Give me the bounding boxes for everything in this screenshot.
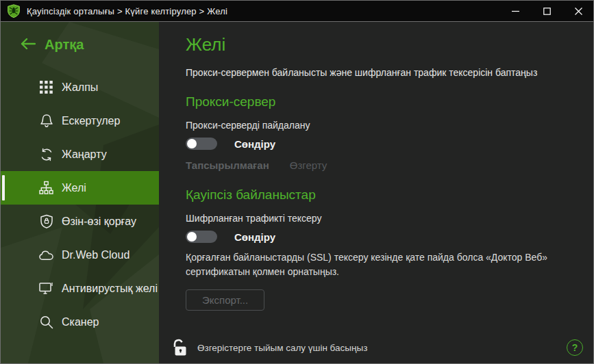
sidebar-nav: Жалпы Ескертулер Жаңарту	[1, 70, 159, 339]
main-panel: Желі Прокси-сервермен байланысты және ши…	[159, 22, 593, 363]
shield-lock-icon	[39, 214, 53, 229]
arrow-left-icon	[21, 37, 36, 53]
sidebar-item-label: Жалпы	[62, 81, 98, 94]
cloud-icon	[39, 248, 53, 262]
secure-toggle[interactable]	[186, 231, 217, 243]
sidebar-item-label: Антивирустық желі	[62, 283, 158, 295]
sidebar-item-network[interactable]: Желі	[1, 171, 159, 205]
drweb-logo-icon	[7, 4, 21, 18]
sidebar-item-update[interactable]: Жаңарту	[1, 138, 159, 171]
sidebar-item-label: Өзін-өзі қорғау	[62, 216, 136, 228]
secure-check-label: Шифрланған трафикті тексеру	[186, 213, 573, 224]
monitor-icon	[39, 281, 53, 296]
proxy-status-row: Тапсырылмаған Өзгерту	[186, 159, 573, 171]
refresh-icon	[39, 147, 53, 161]
network-tree-icon	[39, 181, 53, 195]
bell-icon	[39, 114, 53, 128]
sidebar-item-drweb-cloud[interactable]: Dr.Web Cloud	[1, 238, 159, 272]
proxy-section-heading: Прокси-сервер	[186, 94, 573, 109]
footer: Өзгерістерге тыйым салу үшін басыңыз ?	[159, 332, 593, 363]
grid-icon	[39, 80, 53, 94]
page-title: Желі	[186, 34, 573, 55]
secure-toggle-row: Сөндіру	[186, 231, 573, 243]
search-icon	[39, 315, 53, 329]
sidebar: Артқа Жалпы Ескер	[1, 22, 159, 363]
sidebar-item-label: Желі	[62, 182, 86, 194]
proxy-toggle-state-label: Сөндіру	[234, 138, 275, 150]
proxy-change-link[interactable]: Өзгерту	[290, 159, 327, 171]
lock-open-icon[interactable]	[172, 338, 190, 357]
proxy-toggle-row: Сөндіру	[186, 138, 573, 150]
sidebar-item-label: Жаңарту	[62, 148, 107, 161]
help-icon[interactable]: ?	[567, 339, 583, 356]
titlebar: Қауіпсіздік орталығы > Күйге келтірулер …	[0, 0, 594, 22]
breadcrumb: Қауіпсіздік орталығы > Күйге келтірулер …	[27, 6, 227, 16]
secure-section-heading: Қауіпсіз байланыстар	[186, 187, 573, 203]
proxy-toggle[interactable]	[186, 138, 217, 150]
secure-toggle-state-label: Сөндіру	[234, 231, 275, 243]
back-label: Артқа	[45, 37, 84, 53]
ssl-note: Қорғалған байланыстарды (SSL) тексеру ке…	[186, 250, 573, 279]
proxy-status-label: Тапсырылмаған	[186, 159, 269, 171]
minimize-button[interactable]	[499, 0, 531, 22]
window-controls	[499, 0, 594, 22]
export-button[interactable]: Экспорт...	[186, 289, 264, 311]
lock-hint-label: Өзгерістерге тыйым салу үшін басыңыз	[197, 343, 367, 353]
sidebar-item-label: Сканер	[62, 316, 99, 328]
sidebar-item-antivirus-network[interactable]: Антивирустық желі	[1, 272, 159, 305]
proxy-use-label: Прокси-серверді пайдалану	[186, 120, 573, 131]
sidebar-item-self-protection[interactable]: Өзін-өзі қорғау	[1, 205, 159, 238]
page-description: Прокси-сервермен байланысты және шифрлан…	[186, 67, 573, 78]
sidebar-item-scanner[interactable]: Сканер	[1, 305, 159, 339]
close-button[interactable]	[562, 0, 594, 22]
toggle-knob	[187, 232, 197, 242]
back-button[interactable]: Артқа	[1, 22, 159, 53]
sidebar-item-label: Ескертулер	[62, 115, 120, 127]
maximize-button[interactable]	[531, 0, 562, 22]
sidebar-item-general[interactable]: Жалпы	[1, 70, 159, 104]
sidebar-item-label: Dr.Web Cloud	[62, 249, 129, 261]
sidebar-item-notifications[interactable]: Ескертулер	[1, 104, 159, 138]
toggle-knob	[187, 139, 197, 148]
